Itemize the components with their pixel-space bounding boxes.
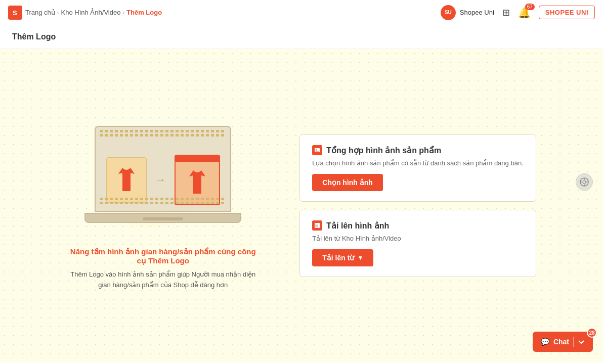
header-right: SU Shopee Uni ⊞ 🔔 67 SHOPEE UNI xyxy=(441,5,595,20)
header-left: S Trang chủ › Kho Hình Ảnh/Video › Thêm … xyxy=(8,6,441,20)
svg-text:▤: ▤ xyxy=(315,224,319,228)
dropdown-arrow-icon: ▼ xyxy=(357,254,363,261)
option-desc-1: Lựa chọn hình ảnh sản phẩm có sẵn từ dan… xyxy=(312,159,523,167)
chat-label: Chat xyxy=(553,338,569,346)
shopee-uni[interactable]: SU Shopee Uni xyxy=(441,5,494,20)
breadcrumb-current: Thêm Logo xyxy=(126,9,162,16)
breadcrumb: Trang chủ › Kho Hình Ảnh/Video › Thêm Lo… xyxy=(25,9,162,16)
right-section: Tổng hợp hình ảnh sản phẩm Lựa chọn hình… xyxy=(299,134,536,277)
svg-point-9 xyxy=(583,180,586,184)
page-title: Thêm Logo xyxy=(12,32,591,41)
left-section: → Nâng tầm hình ảnh gian hàng/s xyxy=(67,121,259,291)
svg-point-4 xyxy=(316,149,317,151)
page-title-bar: Thêm Logo xyxy=(0,25,603,49)
uni-label: Shopee Uni xyxy=(460,9,494,16)
shopee-uni-button[interactable]: SHOPEE UNI xyxy=(539,6,595,19)
breadcrumb-sep-2: › xyxy=(122,10,124,16)
option-card-1: Tổng hợp hình ảnh sản phẩm Lựa chọn hình… xyxy=(299,134,536,202)
support-icon[interactable] xyxy=(576,173,593,191)
option-icon-2: ▤ xyxy=(312,220,322,231)
laptop-base xyxy=(84,213,241,223)
option-title-1: Tổng hợp hình ảnh sản phẩm xyxy=(326,146,441,155)
uni-avatar: SU xyxy=(441,5,456,20)
chat-divider xyxy=(573,337,574,347)
caption-title: Nâng tầm hình ảnh gian hàng/sản phẩm cùn… xyxy=(67,247,259,265)
svg-text:S: S xyxy=(13,9,17,17)
laptop-screen: → xyxy=(95,126,231,212)
upload-button-label: Tải lên từ xyxy=(322,254,354,262)
header: S Trang chủ › Kho Hình Ảnh/Video › Thêm … xyxy=(0,0,603,25)
grid-icon[interactable]: ⊞ xyxy=(502,7,510,18)
shopee-logo[interactable]: S xyxy=(8,6,22,20)
breadcrumb-sep-1: › xyxy=(57,10,59,16)
main-content: → Nâng tầm hình ảnh gian hàng/s xyxy=(0,49,603,362)
option-card-2-header: ▤ Tải lên hình ảnh xyxy=(312,220,523,231)
chat-icon: 💬 xyxy=(541,338,549,346)
chat-button[interactable]: 💬 Chat 28 xyxy=(533,332,593,352)
option-card-1-header: Tổng hợp hình ảnh sản phẩm xyxy=(312,145,523,155)
option-desc-2: Tải lên từ Kho Hình ảnh/Video xyxy=(312,235,523,242)
notif-wrapper[interactable]: 🔔 67 xyxy=(518,7,531,19)
option-card-2: ▤ Tải lên hình ảnh Tải lên từ Kho Hình ả… xyxy=(299,210,536,277)
option-icon-1 xyxy=(312,145,322,155)
arrow-icon: → xyxy=(155,173,166,187)
choose-image-button[interactable]: Chọn hình ảnh xyxy=(312,174,383,191)
upload-button[interactable]: Tải lên từ ▼ xyxy=(312,249,373,266)
option-title-2: Tải lên hình ảnh xyxy=(326,221,389,231)
breadcrumb-home[interactable]: Trang chủ xyxy=(25,9,55,16)
chat-expand-icon xyxy=(578,338,585,345)
img-box-left xyxy=(106,157,147,203)
caption-desc: Thêm Logo vào hình ảnh sản phẩm giúp Ngư… xyxy=(67,269,259,291)
notif-badge: 67 xyxy=(525,4,535,10)
chat-badge: 28 xyxy=(587,328,597,338)
illustration: → xyxy=(84,121,241,237)
breadcrumb-media[interactable]: Kho Hình Ảnh/Video xyxy=(61,9,121,16)
